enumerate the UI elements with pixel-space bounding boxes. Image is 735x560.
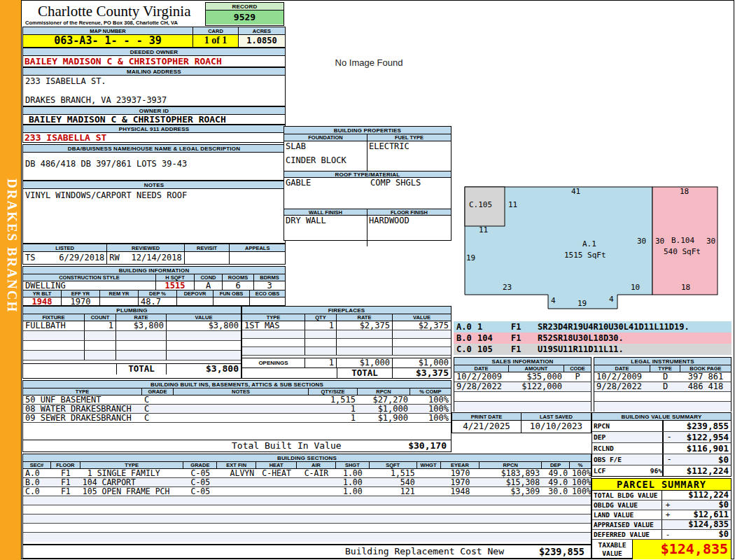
built-ins-total-value: $30,170: [370, 440, 447, 451]
reviewed-label: REVIEWED: [107, 244, 184, 251]
listed-by: TS: [25, 252, 35, 264]
plumbing-band: PLUMBING: [23, 307, 241, 314]
replacement-cost-label: Building Replacement Cost New: [345, 545, 504, 558]
building-section-row: A.0 F1 1 SINGLE FAMILY C-05 ALVYN C-HEAT…: [23, 469, 591, 478]
built-ins-band: BUILDING BUILT INS, BASEMENTS, ATTICS & …: [23, 381, 451, 388]
plumbing-empty-row: [23, 341, 241, 351]
legal-row: 9/28/2022 D 486 418: [594, 382, 731, 392]
fireplaces-table: FIREPLACES TYPE QTY RATE VALUE 1ST MAS 1…: [241, 306, 451, 379]
effyr-label: EFF YR: [62, 290, 100, 297]
fireplaces-row: 1ST MAS 1 $2,375 $2,375: [242, 321, 451, 330]
replacement-cost-value: $239,855: [506, 545, 584, 558]
listed-label: LISTED: [23, 244, 107, 251]
deeded-owner-value: BAILEY MADISON C & CHRISTOPHER ROACH: [23, 56, 285, 66]
sections-header-grade: GRADE: [183, 462, 217, 468]
fireplaces-total-row: TOTAL $3,375: [242, 368, 451, 379]
roof-label: ROOF TYPE/MATERIAL: [284, 171, 451, 178]
bdrms-value: 3: [254, 281, 285, 290]
fireplaces-header-qty: QTY: [305, 314, 337, 321]
sketch-section-a-label: A.1: [582, 240, 596, 248]
sketch-dim: 11: [508, 201, 517, 209]
plumbing-empty-row: [23, 351, 241, 360]
building-sections-table: BUILDING SECTIONS SEC# FLOOR TYPE GRADE …: [22, 454, 592, 545]
fireplaces-header-rate: RATE: [337, 314, 393, 321]
physical-address-value: 233 ISABELLA ST: [23, 133, 285, 143]
visits-table: LISTED REVIEWED REVISIT APPEALS TS 6/29/…: [22, 244, 286, 265]
notes-value: VINYL WINDOWS/CARPORT NEEDS ROOF: [23, 189, 285, 200]
fireplaces-openings-row: OPENINGS 1 $1,000 $1,000: [242, 358, 451, 368]
legal-description-value: DB 486/418 DB 397/861 LOTS 39-43: [23, 153, 285, 169]
building-sketch: 41 18 C.105 11 11 19 30 30 B.104 30 540 …: [454, 178, 732, 318]
sections-header-type: TYPE: [80, 462, 184, 468]
legal-empty-row: [594, 402, 731, 412]
sales-row: 9/28/2022 $122,000: [454, 382, 591, 392]
record-label: RECORD: [206, 3, 284, 10]
print-date-label: PRINT DATE: [452, 413, 522, 420]
building-section-empty-row: [23, 533, 591, 542]
parcel-summary-band: PARCEL SUMMARY: [592, 479, 731, 491]
parcel-row: DEFERRED VALUE - $0: [592, 530, 731, 540]
parcel-row: TOTAL BLDG VALUE $112,224: [592, 491, 731, 500]
vector-row-a: A.0 1 F1 SR23D4R19U4R10U30L41D11L11D19.: [454, 321, 732, 332]
record-box: RECORD 9529: [205, 2, 284, 26]
record-value: 9529: [206, 10, 284, 24]
building-info-table: BUILDING INFORMATION CONSTRUCTION STYLE …: [22, 266, 286, 306]
funobs-label: FUN OBS: [214, 290, 250, 297]
sketch-dim: 11: [479, 226, 488, 234]
taxable-value-amount: $124,835: [633, 540, 731, 559]
sections-header-extfin: EXT FIN: [217, 462, 256, 468]
print-date-value: 4/21/2025: [452, 421, 522, 433]
parcel-summary: PARCEL SUMMARY TOTAL BLDG VALUE $112,224…: [592, 478, 732, 559]
sales-empty-row: [454, 392, 591, 402]
district-sidebar: DRAKES BRANCH: [0, 0, 21, 560]
fireplaces-empty-row: [242, 330, 451, 339]
sales-band: SALES INFORMATION: [454, 358, 591, 365]
sketch-dim: 23: [503, 284, 512, 292]
commissioner-line: Commissioner of the Revenue, PO Box 308,…: [25, 20, 204, 26]
openings-qty: 1: [305, 358, 337, 368]
mailing-address-box: MAILING ADDRESS 233 ISABELLA ST. DRAKES …: [22, 67, 286, 106]
value-summary-row: LCF 96% $112,224: [592, 465, 731, 477]
style-value: DWELLING: [23, 281, 156, 290]
physical-address-box: PHYSICAL 911 ADDRESS 233 ISABELLA ST: [22, 125, 286, 143]
built-ins-row: 09 SEWER DRAKESBRANCH C 1 $1,900 100%: [23, 414, 451, 423]
yrblt-label: YR BLT: [23, 290, 62, 297]
built-ins-total-label: Total Built In Value: [232, 440, 342, 451]
fireplaces-total-label: TOTAL: [337, 368, 393, 379]
built-ins-header-notes: NOTES: [174, 388, 309, 395]
value-summary-row: RCLND $116,901: [592, 443, 731, 454]
cond-label: COND: [195, 274, 223, 281]
revisit-label: REVISIT: [185, 244, 230, 251]
legal-description-box: DBA/BUISNESS NAME/HOUSE NAME & LEGAL DES…: [22, 144, 286, 181]
notes-label: NOTES: [23, 181, 285, 189]
built-ins-header-rpcn: RPCN: [358, 388, 410, 395]
hsqft-value: 1515: [156, 281, 195, 290]
sections-header-floor: FLOOR: [51, 462, 80, 468]
reviewed-date: 12/14/2018: [132, 252, 182, 264]
parcel-row: LAND VALUE + $12,611: [592, 510, 731, 520]
listed-date: 6/29/2018: [59, 252, 104, 264]
sections-header-comp: % COMP: [570, 462, 591, 468]
sales-empty-row: [454, 402, 591, 412]
mailing-line1: 233 ISABELLA ST.: [23, 76, 285, 86]
last-saved-value: 10/10/2023: [522, 421, 591, 433]
building-section-empty-row: [23, 524, 591, 533]
legal-empty-row: [594, 392, 731, 402]
roof-material-value: COMP SHGLS: [368, 178, 451, 209]
replacement-cost-row: Building Replacement Cost New $239,855: [22, 545, 592, 559]
roof-value-row: GABLE COMP SHGLS: [284, 178, 451, 209]
vector-row-c: C.0 105 F1 U19SU11R11D11L11.: [454, 344, 732, 355]
map-number-value: 063-A3- 1- - - 39: [23, 35, 193, 47]
sales-header-amount: AMOUNT: [509, 365, 564, 372]
reviewed-cell: RW 12/14/2018: [107, 252, 184, 264]
building-section-empty-row: [23, 496, 591, 505]
rooms-label: ROOMS: [223, 274, 254, 281]
reviewed-by: RW: [109, 252, 119, 264]
wall-finish-label: WALL FINISH: [284, 209, 368, 215]
built-ins-header-grade: GRADE: [142, 388, 174, 395]
sketch-section-b-area: 540 SqFt: [664, 248, 701, 256]
plumbing-total-row: TOTAL $3,800: [23, 363, 241, 374]
print-info-table: PRINT DATE LAST SAVED 4/21/2025 10/10/20…: [451, 412, 592, 433]
sections-header-whgt: WHGT: [417, 462, 441, 468]
dep-label: DEP %: [139, 290, 177, 297]
